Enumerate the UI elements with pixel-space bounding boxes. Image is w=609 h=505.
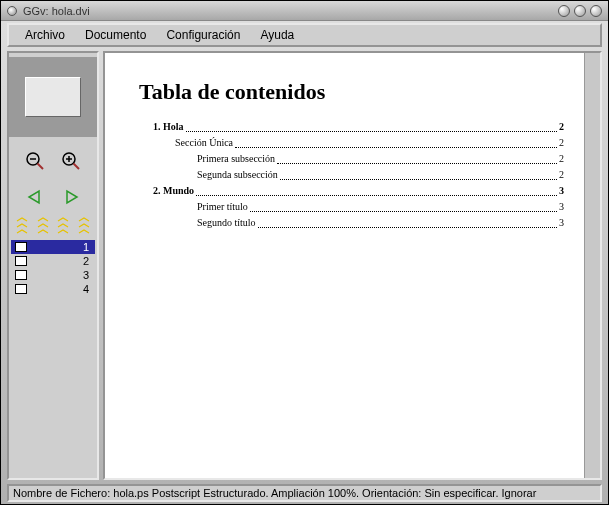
app-window: GGv: hola.dvi Archivo Documento Configur… — [0, 0, 609, 505]
toc-leader — [277, 151, 557, 164]
toc-leader — [258, 215, 557, 228]
page-number: 4 — [83, 283, 89, 295]
toc-leader — [186, 119, 557, 132]
toc-entry: 2. Mundo3 — [139, 183, 564, 199]
toc-page: 2 — [559, 167, 564, 183]
close-button[interactable] — [590, 5, 602, 17]
page-heading: Tabla de contenidos — [139, 79, 564, 105]
toc-page: 2 — [559, 135, 564, 151]
chevron-icon — [16, 217, 28, 222]
page-mark-checkbox[interactable] — [15, 256, 27, 266]
menu-help[interactable]: Ayuda — [250, 26, 304, 44]
toc-entry: Primer título3 — [139, 199, 564, 215]
nav-controls — [9, 179, 97, 215]
chevron-icon — [16, 223, 28, 228]
zoom-in-icon — [61, 151, 81, 171]
toc-leader — [235, 135, 557, 148]
sidebar: 1234 — [7, 51, 99, 480]
chevron-icon — [78, 223, 90, 228]
zoom-in-button[interactable] — [59, 149, 83, 173]
vertical-scrollbar[interactable] — [584, 53, 600, 478]
unmark-button[interactable] — [78, 217, 90, 234]
page-mark-checkbox[interactable] — [15, 242, 27, 252]
page-number: 3 — [83, 269, 89, 281]
toc-entry: Primera subsección2 — [139, 151, 564, 167]
triangle-left-icon — [27, 189, 43, 205]
thumbnail-area — [9, 57, 97, 137]
toc-label: Sección Única — [175, 135, 233, 151]
page-number: 2 — [83, 255, 89, 267]
page-thumbnail[interactable] — [25, 77, 81, 117]
chevron-icon — [57, 223, 69, 228]
toc-page: 2 — [559, 151, 564, 167]
toc-label: Primer título — [197, 199, 248, 215]
svg-marker-7 — [29, 191, 39, 203]
menu-file[interactable]: Archivo — [15, 26, 75, 44]
toc-label: 2. Mundo — [153, 183, 194, 199]
toc-leader — [250, 199, 557, 212]
mark-controls — [9, 215, 97, 236]
zoom-controls — [9, 143, 97, 179]
mark-all-button[interactable] — [16, 217, 28, 234]
document-area: Tabla de contenidos 1. Hola2Sección Únic… — [103, 51, 602, 480]
page-list-item[interactable]: 1 — [11, 240, 95, 254]
toc-label: Segundo título — [197, 215, 256, 231]
toc-page: 3 — [559, 183, 564, 199]
chevron-icon — [37, 217, 49, 222]
page-list-item[interactable]: 4 — [11, 282, 95, 296]
zoom-out-button[interactable] — [23, 149, 47, 173]
toc-page: 2 — [559, 119, 564, 135]
toc-page: 3 — [559, 199, 564, 215]
page-list: 1234 — [11, 240, 95, 296]
titlebar[interactable]: GGv: hola.dvi — [1, 1, 608, 21]
chevron-icon — [37, 223, 49, 228]
document-page[interactable]: Tabla de contenidos 1. Hola2Sección Únic… — [105, 53, 584, 478]
toc-label: Primera subsección — [197, 151, 275, 167]
menubar: Archivo Documento Configuración Ayuda — [7, 23, 602, 47]
toc-page: 3 — [559, 215, 564, 231]
statusbar: Nombre de Fichero: hola.ps Postscript Es… — [7, 484, 602, 502]
toc-label: Segunda subsección — [197, 167, 278, 183]
menu-document[interactable]: Documento — [75, 26, 156, 44]
minimize-button[interactable] — [558, 5, 570, 17]
zoom-out-icon — [25, 151, 45, 171]
chevron-icon — [78, 217, 90, 222]
page-list-item[interactable]: 2 — [11, 254, 95, 268]
svg-line-1 — [38, 164, 44, 170]
chevron-icon — [16, 229, 28, 234]
svg-marker-8 — [67, 191, 77, 203]
prev-page-button[interactable] — [23, 185, 47, 209]
toc-entry: Segundo título3 — [139, 215, 564, 231]
toc-leader — [196, 183, 557, 196]
system-menu-icon[interactable] — [7, 6, 17, 16]
chevron-icon — [57, 217, 69, 222]
chevron-icon — [37, 229, 49, 234]
chevron-icon — [78, 229, 90, 234]
page-mark-checkbox[interactable] — [15, 284, 27, 294]
mark-odd-button[interactable] — [57, 217, 69, 234]
table-of-contents: 1. Hola2Sección Única2Primera subsección… — [139, 119, 564, 231]
status-text: Nombre de Fichero: hola.ps Postscript Es… — [13, 487, 536, 499]
menu-config[interactable]: Configuración — [156, 26, 250, 44]
maximize-button[interactable] — [574, 5, 586, 17]
toc-label: 1. Hola — [153, 119, 184, 135]
toc-entry: 1. Hola2 — [139, 119, 564, 135]
toc-entry: Segunda subsección2 — [139, 167, 564, 183]
triangle-right-icon — [63, 189, 79, 205]
toc-leader — [280, 167, 557, 180]
page-list-item[interactable]: 3 — [11, 268, 95, 282]
page-number: 1 — [83, 241, 89, 253]
page-mark-checkbox[interactable] — [15, 270, 27, 280]
toc-entry: Sección Única2 — [139, 135, 564, 151]
next-page-button[interactable] — [59, 185, 83, 209]
window-title: GGv: hola.dvi — [23, 5, 90, 17]
mark-even-button[interactable] — [37, 217, 49, 234]
svg-line-4 — [74, 164, 80, 170]
chevron-icon — [57, 229, 69, 234]
content-area: 1234 Tabla de contenidos 1. Hola2Sección… — [7, 51, 602, 480]
